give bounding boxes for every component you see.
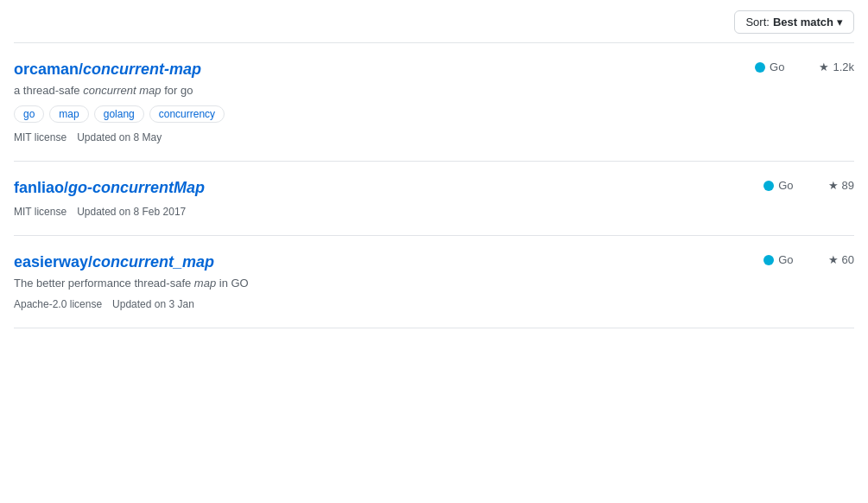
repo-right: Go ★ 89	[681, 179, 854, 192]
chevron-down-icon: ▾	[837, 16, 843, 29]
repo-link[interactable]: orcaman/concurrent-map	[14, 60, 201, 78]
repo-name-italic: concurrent_map	[92, 253, 214, 271]
repo-description: a thread-safe concurrent map for go	[14, 84, 681, 97]
language-badge: Go	[763, 253, 793, 266]
repo-updated: Updated on 8 Feb 2017	[77, 206, 186, 218]
star-icon: ★	[819, 60, 829, 73]
tag[interactable]: concurrency	[149, 105, 225, 123]
repo-main: orcaman/concurrent-map a thread-safe con…	[14, 60, 854, 143]
repo-tags: gomapgolangconcurrency	[14, 105, 681, 123]
stars-badge: ★ 60	[828, 253, 854, 266]
sort-button[interactable]: Sort: Best match ▾	[734, 10, 854, 34]
star-icon: ★	[828, 253, 839, 266]
repo-link[interactable]: fanliao/go-concurrentMap	[14, 179, 205, 196]
star-count: 60	[842, 253, 854, 266]
repo-meta: MIT license Updated on 8 Feb 2017	[14, 206, 681, 218]
repo-left: orcaman/concurrent-map a thread-safe con…	[14, 60, 681, 143]
desc-italic: concurrent map	[83, 84, 161, 97]
language-dot	[763, 255, 774, 265]
repo-updated: Updated on 3 Jan	[112, 298, 194, 310]
language-name: Go	[778, 179, 793, 192]
repo-meta: MIT license Updated on 8 May	[14, 131, 681, 143]
repo-owner: fanliao/	[14, 179, 68, 196]
repo-owner: orcaman/	[14, 60, 83, 78]
desc-prefix: The better performance thread-safe	[14, 277, 194, 290]
repo-license: MIT license	[14, 131, 67, 143]
repo-main: fanliao/go-concurrentMap MIT license Upd…	[14, 179, 854, 218]
language-name: Go	[778, 253, 793, 266]
repo-name-italic: concurrent-map	[83, 60, 201, 78]
repo-license: Apache-2.0 license	[14, 298, 102, 310]
repo-name-italic: go-concurrentMap	[68, 179, 205, 196]
repo-left: fanliao/go-concurrentMap MIT license Upd…	[14, 179, 681, 218]
tag[interactable]: golang	[94, 105, 144, 123]
stars-badge: ★ 1.2k	[819, 60, 854, 73]
repository-list: orcaman/concurrent-map a thread-safe con…	[14, 43, 854, 328]
language-dot	[763, 181, 774, 191]
sort-label: Sort:	[745, 16, 769, 29]
repo-item: easierway/concurrent_map The better perf…	[14, 236, 854, 328]
repo-updated: Updated on 8 May	[77, 131, 162, 143]
repo-right: Go ★ 1.2k	[681, 60, 854, 73]
repo-right: Go ★ 60	[681, 253, 854, 266]
language-dot	[755, 62, 765, 73]
tag[interactable]: go	[14, 105, 44, 123]
language-badge: Go	[755, 60, 784, 73]
language-name: Go	[770, 60, 784, 73]
repo-license: MIT license	[14, 206, 67, 218]
tag[interactable]: map	[49, 105, 88, 123]
language-badge: Go	[763, 179, 793, 192]
star-icon: ★	[828, 179, 839, 192]
star-count: 1.2k	[833, 60, 854, 73]
repo-main: easierway/concurrent_map The better perf…	[14, 253, 854, 310]
star-count: 89	[842, 179, 854, 192]
desc-prefix: a thread-safe	[14, 84, 83, 97]
desc-suffix: in GO	[216, 277, 249, 290]
repo-item: fanliao/go-concurrentMap MIT license Upd…	[14, 162, 854, 236]
repo-left: easierway/concurrent_map The better perf…	[14, 253, 681, 310]
stars-badge: ★ 89	[828, 179, 854, 192]
repo-meta: Apache-2.0 license Updated on 3 Jan	[14, 298, 681, 310]
desc-italic: map	[194, 277, 216, 290]
desc-suffix: for go	[162, 84, 193, 97]
repo-owner: easierway/	[14, 253, 92, 271]
repo-item: orcaman/concurrent-map a thread-safe con…	[14, 43, 854, 162]
results-header: Sort: Best match ▾	[14, 0, 854, 43]
repo-link[interactable]: easierway/concurrent_map	[14, 253, 214, 271]
sort-value: Best match	[773, 16, 833, 29]
repo-description: The better performance thread-safe map i…	[14, 277, 681, 290]
